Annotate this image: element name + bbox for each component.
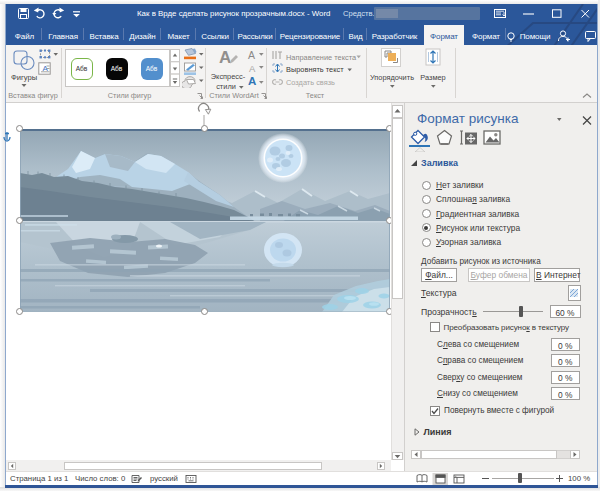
svg-text:А: А: [219, 48, 231, 67]
